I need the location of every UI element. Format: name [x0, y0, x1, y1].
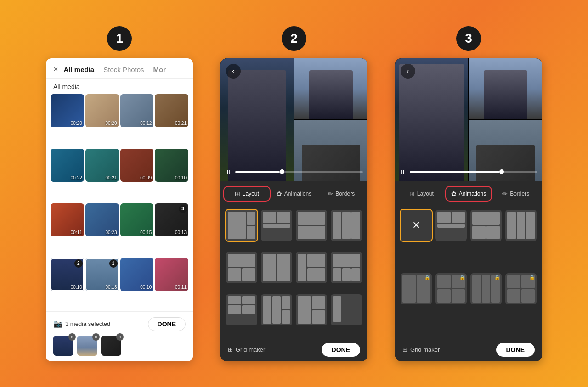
media-duration: 00:21	[175, 121, 187, 126]
done-button-2[interactable]: DONE	[322, 343, 360, 357]
tab-layout-3[interactable]: ⊞ Layout	[399, 187, 444, 201]
tab-borders-2[interactable]: ✏ Borders	[318, 187, 364, 201]
animation-option-2[interactable]	[470, 210, 502, 241]
media-duration: 00:20	[71, 121, 82, 126]
progress-fill-3	[410, 171, 499, 173]
progress-fill-2	[235, 171, 280, 173]
remove-thumb-2[interactable]: ×	[92, 333, 100, 341]
animation-option-1[interactable]	[435, 210, 467, 241]
done-button[interactable]: DONE	[148, 317, 186, 331]
media-item[interactable]: 00:11	[51, 203, 84, 237]
selected-thumb-wrap-2: ×	[77, 336, 97, 356]
animations-icon-3: ✿	[451, 190, 457, 197]
media-badge: 2	[74, 259, 83, 268]
media-item[interactable]: 1 00:13	[85, 258, 119, 292]
editor-footer-2: ⊞ Grid maker DONE	[220, 338, 368, 361]
selected-thumb-wrap-1: ×	[53, 336, 74, 356]
section-label: All media	[46, 79, 193, 94]
layout-icon-2: ⊞	[235, 190, 240, 197]
media-item[interactable]: 00:20	[51, 94, 84, 128]
playback-bar-2: ⏸	[225, 168, 363, 176]
tab-stock-photos[interactable]: Stock Photos	[103, 66, 144, 73]
media-duration: 00:09	[140, 175, 152, 180]
remove-thumb-1[interactable]: ×	[68, 333, 76, 341]
borders-icon-3: ✏	[502, 190, 508, 197]
preview-cell-2	[294, 58, 368, 119]
media-item[interactable]: 00:20	[85, 94, 119, 128]
editor-footer-3: ⊞ Grid maker DONE	[395, 338, 542, 361]
layout-option-2[interactable]	[261, 210, 292, 241]
media-item[interactable]: 00:21	[85, 149, 119, 182]
media-item[interactable]: 3 00:13	[155, 203, 188, 237]
grid-editor-2: ‹	[220, 58, 368, 361]
media-item[interactable]: 00:22	[51, 149, 84, 182]
tab-borders-3[interactable]: ✏ Borders	[493, 187, 538, 201]
close-button[interactable]: ×	[53, 65, 58, 74]
animation-locked-1[interactable]: 🔒	[401, 273, 432, 304]
tab-layout-2[interactable]: ⊞ Layout	[224, 187, 270, 201]
pause-button-3[interactable]: ⏸	[400, 168, 406, 176]
progress-track-3[interactable]	[410, 171, 537, 173]
layout-option-9[interactable]	[226, 294, 257, 325]
done-button-3[interactable]: DONE	[496, 343, 535, 357]
media-duration: 00:12	[140, 121, 152, 126]
footer-top: 📷 3 media selected DONE	[53, 317, 186, 331]
media-item[interactable]: 00:09	[120, 149, 154, 182]
tab-more[interactable]: Mor	[153, 66, 166, 73]
grid-maker-icon-3: ⊞	[402, 346, 407, 353]
media-duration: 00:10	[140, 285, 152, 290]
borders-icon-2: ✏	[328, 190, 333, 197]
editor-tabs-2: ⊞ Layout ✿ Animations ✏ Borders	[220, 181, 368, 204]
tab-animations-2[interactable]: ✿ Animations	[271, 187, 317, 201]
progress-dot-2	[280, 169, 284, 174]
picker-footer: 📷 3 media selected DONE × ×	[46, 311, 193, 361]
step-2: 2 ‹	[220, 26, 368, 361]
media-duration: 00:21	[105, 175, 117, 180]
layout-option-10[interactable]	[261, 294, 292, 325]
tab-all-media[interactable]: All media	[64, 66, 95, 73]
animation-none[interactable]: ✕	[401, 210, 432, 241]
layout-option-11[interactable]	[296, 294, 327, 325]
media-item[interactable]: 00:10	[155, 149, 188, 182]
animation-locked-3[interactable]: 🔒	[470, 273, 502, 304]
layout-option-4[interactable]	[331, 210, 362, 241]
animation-option-3[interactable]	[505, 210, 537, 241]
layout-option-12[interactable]	[331, 294, 362, 325]
remove-thumb-3[interactable]: ×	[116, 333, 124, 341]
back-button-3[interactable]: ‹	[401, 64, 415, 79]
layout-option-8[interactable]	[331, 252, 362, 283]
media-item[interactable]: 00:11	[155, 258, 188, 292]
media-duration: 00:13	[175, 230, 187, 235]
step-3: 3 ‹ ⏸	[395, 26, 542, 361]
media-item[interactable]: 00:23	[85, 203, 119, 237]
main-container: 1 × All media Stock Photos Mor All media…	[0, 17, 588, 370]
preview-cell-3-2	[469, 58, 542, 119]
media-item[interactable]: 00:12	[120, 94, 154, 128]
media-picker: × All media Stock Photos Mor All media 0…	[46, 58, 193, 361]
selected-thumbs: × × ×	[53, 336, 186, 356]
animations-icon-2: ✿	[277, 190, 282, 197]
media-badge: 1	[109, 259, 118, 268]
animation-locked-4[interactable]: 🔒	[505, 273, 537, 304]
media-item[interactable]: 00:15	[120, 203, 154, 237]
preview-area-3: ‹ ⏸	[395, 58, 542, 181]
selected-count: 📷 3 media selected	[53, 320, 110, 328]
media-duration: 00:23	[105, 230, 117, 235]
layout-option-3[interactable]	[296, 210, 327, 241]
layout-option-selected-2[interactable]	[226, 210, 257, 241]
media-item[interactable]: 00:21	[155, 94, 188, 128]
media-grid: 00:20 00:20 00:12 00:21 00:22	[46, 94, 193, 311]
animation-locked-2[interactable]: 🔒	[435, 273, 467, 304]
tab-animations-3[interactable]: ✿ Animations	[446, 187, 492, 201]
grid-maker-label-2: ⊞ Grid maker	[228, 346, 265, 353]
media-item[interactable]: 2 00:10	[51, 258, 84, 292]
media-duration: 00:10	[175, 175, 187, 180]
layout-option-6[interactable]	[261, 252, 292, 283]
pause-button-2[interactable]: ⏸	[225, 168, 232, 176]
media-item[interactable]: 00:10	[120, 258, 154, 292]
back-button-2[interactable]: ‹	[226, 64, 241, 79]
layout-option-5[interactable]	[226, 252, 257, 283]
layout-option-7[interactable]	[296, 252, 327, 283]
progress-track-2[interactable]	[235, 171, 363, 173]
media-duration: 00:15	[140, 230, 152, 235]
